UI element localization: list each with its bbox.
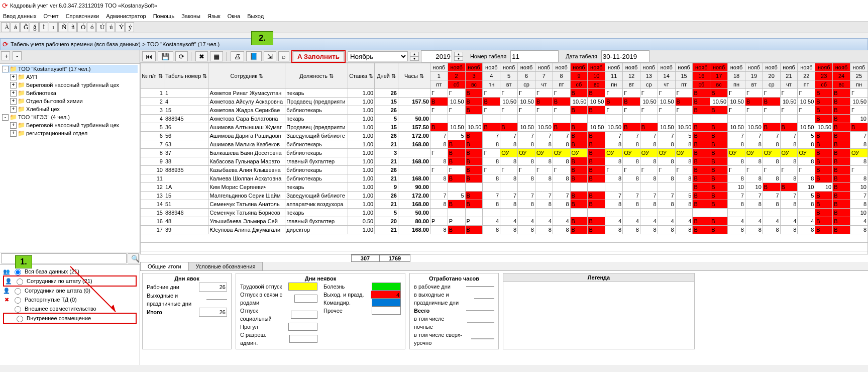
tree-node[interactable]: -📁ТОО "КГЭЭ" (4 чел.) [2,113,138,121]
year-input[interactable] [421,50,452,62]
appearance-panel: Дни явок Рабочие дни26 Выходные и праздн… [142,273,232,349]
menu-Выход[interactable]: Выход [247,13,264,19]
expand-icon[interactable]: + [10,98,17,105]
expand-icon[interactable]: + [10,130,17,137]
menu-Справочники[interactable]: Справочники [66,13,99,19]
expand-icon[interactable]: - [2,66,9,72]
folder-icon: 📁 [18,81,25,89]
table-row[interactable]: 656Ашимова Дарига РашидовнЗаведующий биб… [141,132,868,140]
expand-icon[interactable]: + [10,106,17,113]
char-button[interactable]: Ğ [20,22,29,32]
folder-icon: 📁 [18,105,25,113]
menu-Язык[interactable]: Язык [207,13,221,19]
char-button[interactable]: Ú [96,22,105,32]
tree-node[interactable]: +📁Хлебный цех [10,105,138,113]
tree-node[interactable]: +📁Отдел бытовой химии [10,97,138,105]
tree-label: Береговой насосный турбинный цех [26,121,119,129]
tab-date-input[interactable] [601,50,649,62]
menu-Помощь[interactable]: Помощь [153,13,175,19]
book-button[interactable]: 📘 [246,51,262,61]
char-button[interactable]: ó [87,22,96,32]
tab-number-label: Номер табеля [470,53,506,59]
tree-label: Отдел бытовой химии [26,97,83,105]
expand-icon[interactable]: + [10,82,17,88]
char-button[interactable]: ğ [30,22,39,32]
tree-node[interactable]: +📁АУП [10,73,138,81]
char-button[interactable]: ñ [68,22,77,32]
char-button[interactable]: ú [106,22,115,32]
save-button[interactable]: 💾 [158,51,173,61]
filter-button[interactable]: ⌕ [278,51,289,61]
char-button[interactable]: á [11,22,20,32]
char-button[interactable]: ı [49,22,58,32]
table-row[interactable]: 837Балкашева Баян Досетовнабиблиотекарь1… [141,149,868,157]
table-row[interactable]: 24Ахметова Айсулу АскаровнаПродавец (пре… [141,98,868,106]
table-row[interactable]: 11Ахметов Ринат Жумасултанпекарь1.0026ГГ… [141,89,868,98]
table-row[interactable]: 15888946Семенчук Татьяна Борисовпекарь1.… [141,209,868,217]
tree-node[interactable]: +📁Береговой насосный турбинный цех [10,121,138,129]
month-spinner[interactable]: ▲▼ [410,52,419,61]
char-button[interactable]: Ý [116,22,125,32]
subwindow-title: Табель учета рабочего времени (вся база … [11,41,220,47]
tree-label: ТОО "Kostanaysoft" (17 чел.) [18,65,90,73]
nav-first-button[interactable]: ⏮ [142,51,156,61]
table-row[interactable]: 763Ашимова Малика Казбековбиблиотекарь1.… [141,140,868,149]
expand-icon[interactable]: + [10,90,17,97]
menu-Ввод данных[interactable]: Ввод данных [3,13,37,19]
tree-label: Хлебный цех [26,105,60,113]
tab-totals[interactable]: Общие итоги [140,262,189,270]
table-row[interactable]: 1451Семенчук Татьяна Анатольаппаратчик в… [141,200,868,209]
tree-node[interactable]: -📁ТОО "Kostanaysoft" (17 чел.) [2,65,138,73]
char-button[interactable]: Ó [77,22,86,32]
tree-label: Береговой насосный турбинный цех [26,81,119,89]
menu-Администратор[interactable]: Администратор [106,13,146,19]
char-button[interactable]: ý [125,22,134,32]
table-row[interactable]: 315Ахметова Жадра Серикбаебиблиотекарь1.… [141,106,868,115]
menu-Законы[interactable]: Законы [181,13,200,19]
table-row[interactable]: 121АКим Морис Сергеевичпекарь1.00990.00В… [141,183,868,192]
table-row[interactable]: 4888945Ахметова Сара Болатовнапекарь1.00… [141,115,868,123]
menubar: Ввод данныхОтчетСправочникиАдминистратор… [0,11,868,22]
export-button[interactable]: ⇲ [264,51,276,61]
fill-button[interactable]: A Заполнить [293,51,344,61]
tab-number-input[interactable] [510,50,559,62]
char-button[interactable]: À [1,22,10,32]
char-button[interactable]: Ñ [58,22,67,32]
table-row[interactable]: 1315Малгельдинов Серик ШаймЗаведующий би… [141,192,868,200]
tree-node[interactable]: +📁Библиотека [10,89,138,97]
tree-collapse-button[interactable]: - [13,51,22,60]
tree-node[interactable]: +📁регистрационный отдел [10,129,138,137]
tab-legend[interactable]: Условные обозначения [188,262,263,270]
folder-icon: 📁 [18,89,25,97]
menu-Окна[interactable]: Окна [228,13,241,19]
absence-panel: Дни неявок Трудовой отпуск Отпуск в связ… [236,273,405,349]
table-row[interactable]: 536Ашимова Алтыншаш ЖумагПродавец (предп… [141,123,868,132]
tree-label: регистрационный отдел [26,129,87,137]
expand-icon[interactable]: + [10,122,17,129]
folder-icon: 📁 [10,65,17,73]
table-row[interactable]: 11Калиева Шолпан Асхатовнабиблиотекарь1.… [141,174,868,183]
right-pane: ⏮ 💾 ⟳ ✖ ▦ 🖨 📘 ⇲ ⌕ A Заполнить Ноябрь ▲▼ [140,50,868,365]
table-row[interactable]: 1648Ульшибаева Эльмира Сейглавный бухгал… [141,217,868,226]
month-select[interactable]: Ноябрь [348,51,408,61]
tree-expand-button[interactable]: + [1,51,10,60]
refresh-button[interactable]: ⟳ [175,51,188,61]
year-spinner[interactable]: ▲▼ [454,52,463,61]
svg-line-0 [70,266,116,312]
char-button[interactable]: İ [39,22,48,32]
table-row[interactable]: 1739Юсупова Алина Джумагалидиректор1.002… [141,226,868,234]
annotation-arrow [65,261,131,322]
print-button[interactable]: 🖨 [231,51,244,61]
menu-Отчет[interactable]: Отчет [44,13,59,19]
delete-button[interactable]: ✖ [195,51,208,61]
bottom-panels: Дни явок Рабочие дни26 Выходные и праздн… [140,271,868,351]
tree-node[interactable]: +📁Береговой насосный турбинный цех [10,81,138,89]
bottom-tabs: Общие итоги Условные обозначения [140,262,868,271]
table-row[interactable]: 938Кабасова Гульнара Маратоглавный бухга… [141,157,868,166]
table-row[interactable]: 10888935Казыбаева Алия Клышевнабиблиотек… [141,166,868,174]
folder-icon: 📁 [18,97,25,105]
timesheet-grid[interactable]: № п/п ⇅Табель номер ⇅Сотрудник ⇅Должност… [140,63,868,254]
grid-button[interactable]: ▦ [210,51,223,61]
expand-icon[interactable]: - [2,114,9,121]
expand-icon[interactable]: + [10,74,17,80]
